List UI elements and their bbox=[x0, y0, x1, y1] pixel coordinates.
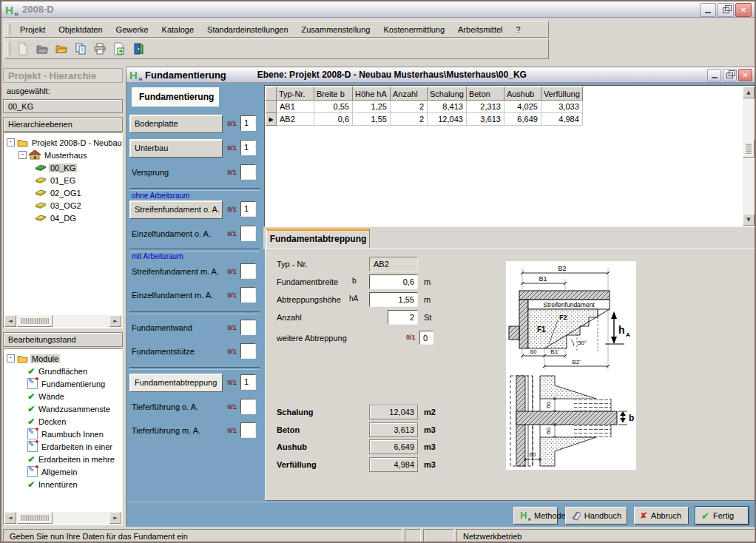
restore-button[interactable] bbox=[718, 3, 734, 17]
row-marker[interactable] bbox=[266, 101, 277, 113]
scroll-up-icon[interactable]: ▲ bbox=[743, 87, 755, 98]
export-document-icon[interactable] bbox=[110, 40, 128, 58]
count-input[interactable]: 1 bbox=[240, 374, 256, 390]
count-input[interactable]: 1 bbox=[240, 115, 256, 131]
minimize-button[interactable] bbox=[707, 69, 721, 81]
menu-kataloge[interactable]: Kataloge bbox=[155, 23, 200, 36]
minimize-button[interactable] bbox=[700, 3, 716, 17]
open-project-icon[interactable] bbox=[33, 40, 51, 58]
einzelfundament-ma-item[interactable]: Einzelfundament m. A. bbox=[132, 286, 213, 305]
tree-item-floor[interactable]: 01_EG bbox=[35, 174, 77, 186]
menu-arbeitsmittel[interactable]: Arbeitsmittel bbox=[451, 23, 510, 36]
tieferfuehrung-oa-item[interactable]: Tieferführung o. A. bbox=[132, 398, 198, 416]
count-input[interactable] bbox=[240, 422, 256, 438]
horizontal-scrollbar[interactable]: ◄ ► bbox=[4, 512, 121, 524]
new-document-icon[interactable] bbox=[14, 40, 32, 58]
menu-gewerke[interactable]: Gewerke bbox=[109, 23, 155, 36]
einzelfundament-oa-item[interactable]: Einzelfundament o. A. bbox=[132, 225, 211, 243]
close-button[interactable]: ✕ bbox=[735, 3, 752, 17]
cell-aushub[interactable]: 6,649 bbox=[504, 113, 541, 126]
vertical-scrollbar[interactable]: ▲ ▼ bbox=[743, 87, 755, 226]
scrollbar-thumb[interactable] bbox=[17, 512, 53, 524]
collapse-icon[interactable]: - bbox=[7, 354, 15, 362]
fundamentwand-item[interactable]: Fundamentwand bbox=[132, 319, 192, 337]
count-input[interactable] bbox=[240, 226, 256, 241]
restore-button[interactable] bbox=[723, 69, 737, 81]
cell-beton[interactable]: 3,613 bbox=[466, 113, 504, 126]
cell-beton[interactable]: 2,313 bbox=[466, 101, 504, 113]
tree-item-building[interactable]: - Musterhaus bbox=[18, 149, 88, 161]
tree-item-floor[interactable]: 02_OG1 bbox=[35, 186, 83, 199]
count-input[interactable] bbox=[240, 263, 256, 279]
bodenplatte-button[interactable]: Bodenplatte bbox=[129, 115, 223, 133]
module-item[interactable]: ✎ Fundamentierung bbox=[27, 377, 107, 390]
count-input[interactable]: 1 bbox=[240, 140, 256, 155]
close-button[interactable]: ✕ bbox=[738, 69, 752, 81]
fertig-button[interactable]: ✔ Fertig bbox=[695, 507, 749, 525]
row-marker-arrow[interactable]: ▶ bbox=[266, 113, 277, 126]
scroll-left-icon[interactable]: ◄ bbox=[4, 315, 16, 327]
collapse-icon[interactable]: - bbox=[7, 138, 15, 146]
cell-hoehe[interactable]: 1,55 bbox=[353, 113, 391, 126]
module-item[interactable]: ✔ Wandzusammenste bbox=[27, 402, 112, 415]
menu-projekt[interactable]: Projekt bbox=[13, 23, 52, 36]
count-input[interactable] bbox=[240, 343, 256, 359]
scroll-down-icon[interactable]: ▼ bbox=[743, 214, 755, 226]
tree-item-floor[interactable]: 00_KG bbox=[35, 161, 77, 174]
fundamentbreite-input[interactable]: 0,6 bbox=[369, 274, 418, 289]
tree-item-project[interactable]: - Projekt 2008-D - Neubau bbox=[7, 136, 123, 149]
col-header[interactable]: Beton bbox=[466, 87, 504, 101]
col-header[interactable]: Breite b bbox=[314, 87, 353, 101]
count-input[interactable] bbox=[240, 287, 256, 303]
cell-anzahl[interactable]: 2 bbox=[391, 101, 428, 113]
weitere-abtreppung-input[interactable]: 0 bbox=[419, 331, 433, 345]
scroll-left-icon[interactable]: ◄ bbox=[4, 512, 16, 524]
horizontal-scrollbar[interactable]: ◄ ► bbox=[4, 315, 121, 327]
module-item[interactable]: ✔ Innentüren bbox=[27, 478, 79, 490]
streifenfundament-ma-item[interactable]: Streifenfundament m. A. bbox=[132, 263, 219, 281]
tree-item-floor[interactable]: 04_DG bbox=[35, 212, 78, 224]
toolbar-gripper[interactable] bbox=[7, 24, 10, 35]
scrollbar-thumb[interactable] bbox=[17, 315, 53, 327]
abtreppungshoehe-input[interactable]: 1,55 bbox=[369, 292, 418, 307]
col-header[interactable]: Verfüllung bbox=[541, 87, 582, 101]
tree-item-floor[interactable]: 03_OG2 bbox=[35, 199, 83, 212]
tieferfuehrung-ma-item[interactable]: Tieferführung m. A. bbox=[132, 422, 200, 440]
collapse-icon[interactable]: - bbox=[18, 151, 27, 159]
col-header[interactable]: Anzahl bbox=[391, 87, 428, 101]
copy-icon[interactable] bbox=[72, 40, 90, 58]
anzahl-input[interactable]: 2 bbox=[388, 310, 418, 325]
module-item[interactable]: ✎ Raumbuch Innen bbox=[27, 428, 105, 440]
abbruch-button[interactable]: ✘ Abbruch bbox=[634, 507, 689, 525]
cell-typ[interactable]: AB1 bbox=[277, 101, 314, 113]
cell-breite[interactable]: 0,55 bbox=[314, 101, 353, 113]
unterbau-button[interactable]: Unterbau bbox=[129, 139, 223, 158]
count-input[interactable] bbox=[240, 164, 256, 180]
table-row-selected[interactable]: ▶ AB2 0,6 1,55 2 12,043 3,613 6,649 4,98… bbox=[266, 113, 583, 126]
fundamentstuetze-item[interactable]: Fundamentstütze bbox=[132, 343, 195, 361]
handbuch-button[interactable]: Handbuch bbox=[565, 507, 627, 525]
cell-anzahl[interactable]: 2 bbox=[391, 113, 428, 126]
col-header[interactable]: Aushub bbox=[504, 87, 541, 101]
print-icon[interactable] bbox=[91, 40, 109, 58]
menu-kostenermittlung[interactable]: Kostenermittlung bbox=[377, 23, 451, 36]
tree-item-module-root[interactable]: - Module bbox=[7, 352, 60, 365]
cell-aushub[interactable]: 4,025 bbox=[504, 101, 541, 113]
cell-schalung[interactable]: 8,413 bbox=[428, 101, 467, 113]
col-header[interactable]: Höhe hA bbox=[353, 87, 391, 101]
fundamentabtreppung-button[interactable]: Fundamentabtreppung bbox=[129, 374, 223, 392]
count-input[interactable] bbox=[240, 320, 256, 335]
cell-verfuellung[interactable]: 3,033 bbox=[541, 101, 582, 113]
count-input[interactable] bbox=[240, 399, 256, 414]
menu-objektdaten[interactable]: Objektdaten bbox=[52, 23, 109, 36]
cell-breite[interactable]: 0,6 bbox=[314, 113, 353, 126]
exit-door-icon[interactable] bbox=[129, 40, 147, 58]
cell-hoehe[interactable]: 1,25 bbox=[353, 101, 391, 113]
streifenfundament-oa-button[interactable]: Streifenfundament o. A. bbox=[129, 200, 223, 219]
col-header[interactable]: Schalung bbox=[428, 87, 467, 101]
col-header[interactable]: Typ-Nr. bbox=[277, 87, 314, 101]
count-input[interactable]: 1 bbox=[240, 201, 256, 217]
methode-button[interactable]: HH Methode bbox=[513, 507, 558, 525]
module-item[interactable]: ✔ Erdarbeiten in mehre bbox=[27, 453, 116, 465]
menu-help[interactable]: ? bbox=[510, 23, 527, 36]
